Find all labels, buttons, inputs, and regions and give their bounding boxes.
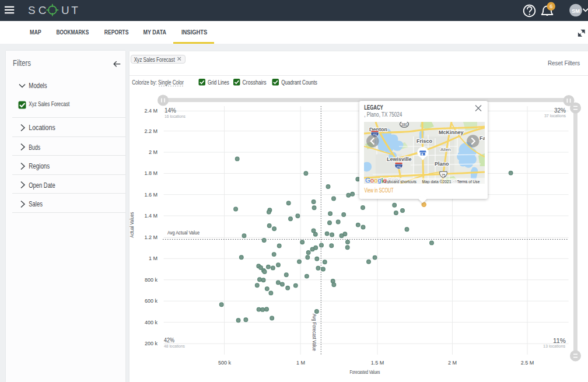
svg-text:Xyz Sales Forecast: Xyz Sales Forecast xyxy=(134,57,175,63)
svg-text:Grid Lines: Grid Lines xyxy=(208,79,229,86)
svg-text:Buds: Buds xyxy=(29,143,40,152)
svg-text:MY DATA: MY DATA xyxy=(143,29,166,36)
svg-text:Models: Models xyxy=(29,81,47,90)
svg-text:Xyz Sales Forecast: Xyz Sales Forecast xyxy=(29,100,69,107)
svg-text:Quadrant Counts: Quadrant Counts xyxy=(281,79,317,86)
svg-text:Plano: Plano xyxy=(435,161,449,167)
svg-text:Sales: Sales xyxy=(29,199,43,208)
svg-text:Terms of Use: Terms of Use xyxy=(457,178,480,184)
svg-text:Colorize by: Single Color: Colorize by: Single Color xyxy=(132,79,184,86)
svg-text:MAP: MAP xyxy=(30,29,41,36)
svg-text:Map data ©2021: Map data ©2021 xyxy=(422,178,452,184)
svg-text:BOOKMARKS: BOOKMARKS xyxy=(57,29,89,36)
svg-text:75: 75 xyxy=(441,173,446,177)
svg-text:McKinney: McKinney xyxy=(439,129,464,135)
svg-text:Lewisville: Lewisville xyxy=(387,156,412,162)
svg-text:Frisco: Frisco xyxy=(416,138,433,144)
svg-text:, Plano, TX 75024: , Plano, TX 75024 xyxy=(364,111,402,118)
svg-text:380: 380 xyxy=(401,122,408,126)
svg-text:e: e xyxy=(383,176,387,183)
svg-text:Open Date: Open Date xyxy=(29,181,55,190)
svg-text:Crosshairs: Crosshairs xyxy=(243,79,267,86)
svg-text:Regions: Regions xyxy=(29,162,50,170)
svg-text:Filters: Filters xyxy=(13,58,31,68)
svg-text:Keyboard shortcuts: Keyboard shortcuts xyxy=(382,178,416,184)
svg-text:Reset Filters: Reset Filters xyxy=(548,59,580,66)
svg-text:G: G xyxy=(365,176,370,183)
svg-text:35E: 35E xyxy=(396,164,402,168)
svg-text:LEGACY: LEGACY xyxy=(364,104,383,111)
svg-text:Locations: Locations xyxy=(29,123,55,132)
svg-text:View in SCOUT: View in SCOUT xyxy=(365,187,394,194)
svg-text:Fa: Fa xyxy=(480,135,485,141)
svg-text:INSIGHTS: INSIGHTS xyxy=(181,29,208,36)
svg-text:Allen: Allen xyxy=(440,147,451,152)
svg-text:REPORTS: REPORTS xyxy=(104,29,129,36)
